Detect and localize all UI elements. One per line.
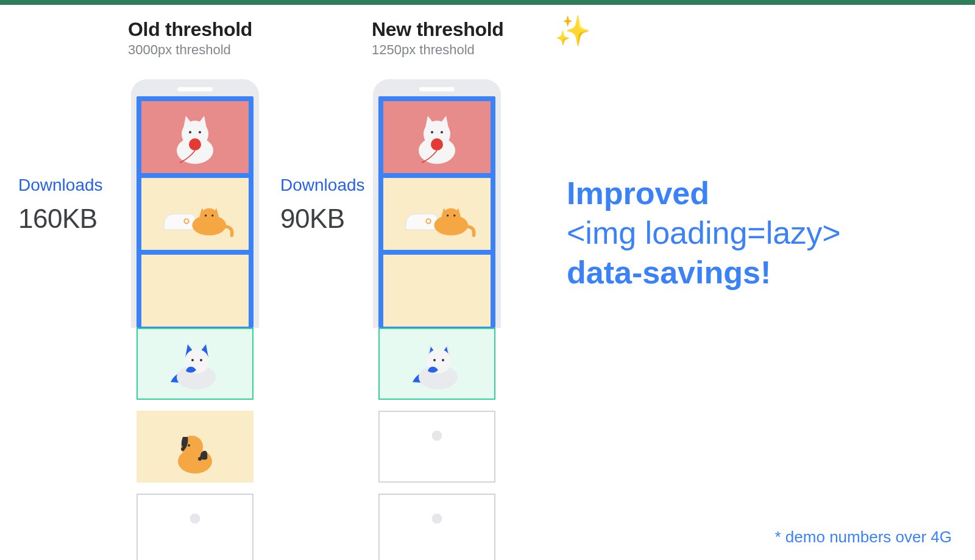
svg-point-13: [441, 131, 443, 133]
phone-frame: [373, 79, 501, 328]
svg-point-8: [205, 214, 207, 216]
svg-point-7: [200, 208, 218, 225]
sparkles-icon: ✨: [555, 13, 591, 48]
new-title: New threshold: [372, 18, 512, 41]
phone-old: [131, 79, 259, 328]
svg-point-19: [453, 214, 455, 216]
cat-cape-icon: [397, 333, 477, 394]
image-tile-placeholder: [136, 494, 254, 560]
image-tile-cat-yarn: [141, 101, 249, 173]
footnote: * demo numbers over 4G: [775, 528, 952, 547]
svg-point-14: [431, 138, 443, 151]
below-old: [131, 328, 259, 560]
dog-icon: [155, 416, 235, 477]
image-tile-partial: [383, 255, 491, 327]
phone-screen: [136, 96, 254, 328]
svg-point-3: [199, 131, 201, 133]
svg-point-27: [181, 447, 185, 451]
phone-speaker: [177, 87, 213, 91]
old-title: Old threshold: [128, 18, 268, 41]
svg-point-4: [189, 138, 201, 151]
svg-point-23: [200, 359, 202, 361]
cat-shoe-icon: [397, 183, 477, 244]
svg-point-18: [447, 214, 448, 216]
headline: Improved <img loading=lazy> data-savings…: [567, 174, 841, 292]
below-new: [373, 328, 501, 560]
downloads-value: 160KB: [18, 204, 103, 234]
svg-point-26: [188, 444, 190, 447]
loading-spinner-icon: [420, 513, 453, 546]
downloads-label: Downloads: [280, 175, 365, 195]
loading-spinner-icon: [179, 513, 211, 546]
image-tile-placeholder: [378, 411, 495, 483]
old-subtitle: 3000px threshold: [128, 42, 268, 58]
downloads-value: 90KB: [280, 204, 365, 234]
svg-point-12: [431, 131, 433, 133]
new-downloads: Downloads 90KB: [280, 175, 365, 234]
image-tile-cat-cape-loaded: [136, 328, 254, 400]
new-subtitle: 1250px threshold: [372, 42, 512, 58]
image-tile-cat-cape-loaded: [378, 328, 495, 400]
phone-screen: [378, 96, 495, 328]
image-tile-partial: [141, 255, 249, 327]
headline-line2: <img loading=lazy>: [567, 213, 841, 253]
image-tile-cat-shoe: [383, 178, 491, 250]
phone-new: [373, 79, 501, 328]
phone-speaker: [419, 87, 455, 91]
cat-cape-icon: [155, 333, 235, 394]
svg-point-32: [442, 359, 444, 361]
svg-point-2: [189, 131, 191, 133]
new-threshold-header: New threshold 1250px threshold: [372, 18, 512, 58]
image-tile-cat-yarn: [383, 101, 491, 173]
cat-yarn-icon: [397, 107, 477, 168]
old-threshold-header: Old threshold 3000px threshold: [128, 18, 268, 58]
image-tile-placeholder: [378, 494, 495, 560]
svg-point-9: [211, 214, 213, 216]
headline-line3: data-savings!: [567, 253, 841, 292]
image-tile-cat-shoe: [141, 178, 249, 250]
svg-point-17: [442, 208, 459, 225]
top-accent-bar: [0, 0, 975, 5]
svg-point-31: [433, 359, 436, 361]
headline-line1: Improved: [567, 174, 841, 213]
cat-shoe-icon: [155, 183, 235, 244]
phone-frame: [131, 79, 259, 328]
old-downloads: Downloads 160KB: [18, 175, 103, 234]
svg-point-22: [191, 359, 194, 361]
downloads-label: Downloads: [18, 175, 103, 195]
cat-yarn-icon: [155, 107, 235, 168]
loading-spinner-icon: [420, 430, 453, 463]
image-tile-dog-loaded: [136, 411, 254, 483]
svg-point-28: [198, 457, 202, 461]
diagram-canvas: Old threshold 3000px threshold New thres…: [0, 0, 975, 560]
